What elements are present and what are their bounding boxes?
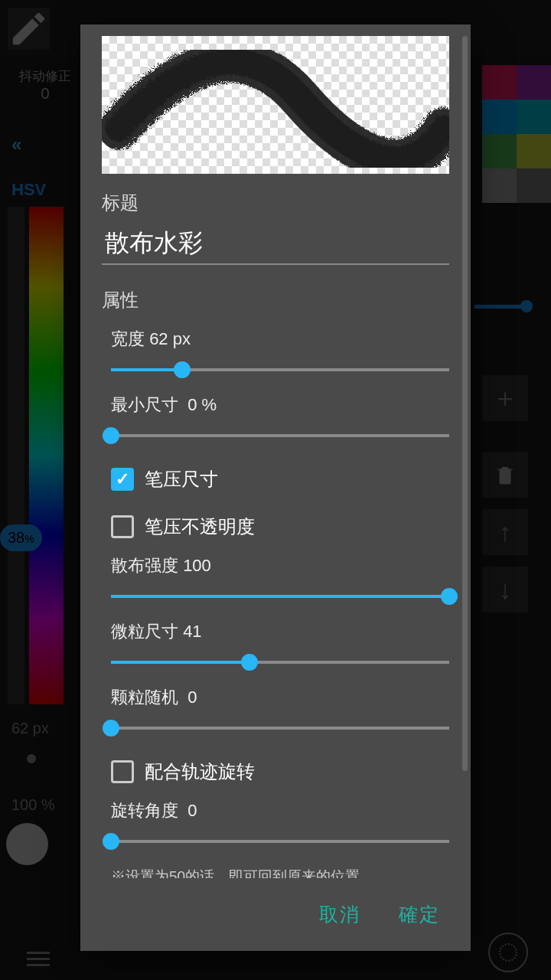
slider-grain-random[interactable] bbox=[111, 720, 449, 737]
dialog-scroll[interactable]: 标题 属性 宽度 62 px 最小尺寸 0 % bbox=[80, 24, 471, 878]
prop-width: 宽度 62 px bbox=[111, 328, 449, 378]
ok-button[interactable]: 確定 bbox=[399, 902, 440, 927]
check-pressure-size[interactable]: 笔压尺寸 bbox=[111, 467, 449, 492]
cancel-button[interactable]: 取消 bbox=[319, 902, 360, 927]
attributes-section-label: 属性 bbox=[102, 288, 449, 312]
slider-width[interactable] bbox=[111, 361, 449, 378]
slider-rotate-angle[interactable] bbox=[111, 833, 449, 850]
slider-min-size[interactable] bbox=[111, 427, 449, 444]
rotate-note: ※设置为50的话，即可回到原来的位置 bbox=[111, 867, 449, 878]
slider-scatter[interactable] bbox=[111, 588, 449, 605]
check-follow-rotation[interactable]: 配合轨迹旋转 bbox=[111, 760, 449, 784]
checkbox-icon bbox=[111, 515, 134, 538]
check-pressure-opacity[interactable]: 笔压不透明度 bbox=[111, 514, 449, 539]
title-section-label: 标题 bbox=[102, 191, 449, 215]
prop-particle: 微粒尺寸 41 bbox=[111, 620, 449, 671]
prop-scatter: 散布强度 100 bbox=[111, 554, 449, 605]
slider-particle[interactable] bbox=[111, 654, 449, 671]
brush-settings-dialog: 标题 属性 宽度 62 px 最小尺寸 0 % bbox=[80, 24, 471, 951]
prop-grain-random: 颗粒随机 0 bbox=[111, 686, 449, 737]
brush-title-input[interactable] bbox=[102, 221, 449, 265]
checkbox-icon bbox=[111, 760, 134, 783]
prop-rotate-angle: 旋转角度 0 bbox=[111, 799, 449, 850]
brush-stroke-preview bbox=[102, 36, 449, 174]
scrollbar[interactable] bbox=[462, 36, 468, 771]
dialog-actions: 取消 確定 bbox=[80, 878, 471, 951]
prop-min-size: 最小尺寸 0 % bbox=[111, 394, 449, 444]
checkbox-icon bbox=[111, 468, 134, 491]
modal-overlay: 标题 属性 宽度 62 px 最小尺寸 0 % bbox=[0, 0, 551, 980]
